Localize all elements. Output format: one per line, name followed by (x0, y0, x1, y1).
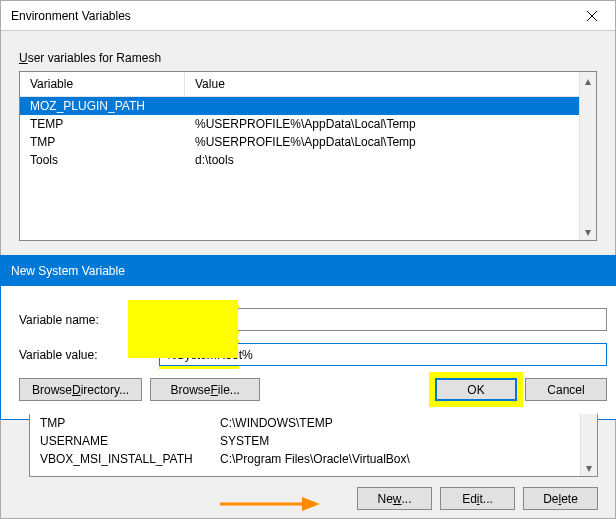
list-row[interactable]: TEMP %USERPROFILE%\AppData\Local\Temp (20, 115, 596, 133)
edit-button[interactable]: Edit... (440, 487, 515, 510)
cell-value (185, 97, 596, 115)
variable-value-label: Variable value: (19, 348, 159, 362)
browse-file-button[interactable]: Browse File... (150, 378, 260, 401)
scroll-up-icon[interactable]: ▴ (585, 72, 591, 89)
new-system-variable-dialog: New System Variable Variable name: Varia… (0, 255, 616, 420)
scroll-down-icon[interactable]: ▾ (586, 459, 592, 476)
window-title: Environment Variables (11, 9, 131, 23)
list-header: Variable Value (20, 72, 596, 97)
window-titlebar: Environment Variables (1, 1, 615, 31)
cell-value: %USERPROFILE%\AppData\Local\Temp (185, 133, 596, 151)
variable-value-input[interactable] (159, 343, 607, 366)
variable-name-input[interactable] (159, 308, 607, 331)
delete-button[interactable]: Delete (523, 487, 598, 510)
list-row[interactable]: Tools d:\tools (20, 151, 596, 169)
scrollbar[interactable]: ▾ (580, 414, 597, 476)
list-row[interactable]: MOZ_PLUGIN_PATH (20, 97, 596, 115)
cell-variable: USERNAME (30, 432, 210, 450)
cell-value: SYSTEM (210, 432, 597, 450)
list-row[interactable]: TMP %USERPROFILE%\AppData\Local\Temp (20, 133, 596, 151)
column-header-value[interactable]: Value (185, 72, 596, 96)
user-variables-group: User variables for Ramesh Variable Value… (19, 51, 597, 241)
new-button[interactable]: New... (357, 487, 432, 510)
cancel-button[interactable]: Cancel (525, 378, 607, 401)
cell-variable: TMP (20, 133, 185, 151)
dialog-title: New System Variable (11, 264, 125, 278)
cell-value: %USERPROFILE%\AppData\Local\Temp (185, 115, 596, 133)
dialog-titlebar: New System Variable (1, 256, 616, 286)
column-header-variable[interactable]: Variable (20, 72, 185, 96)
ok-button[interactable]: OK (435, 378, 517, 401)
cell-variable: TEMP (20, 115, 185, 133)
cell-value: d:\tools (185, 151, 596, 169)
system-vars-button-row: New... Edit... Delete (18, 487, 598, 510)
user-variables-label: User variables for Ramesh (19, 51, 597, 65)
cell-variable: VBOX_MSI_INSTALL_PATH (30, 450, 210, 468)
scroll-down-icon[interactable]: ▾ (585, 223, 591, 240)
variable-name-label: Variable name: (19, 313, 159, 327)
list-row[interactable]: USERNAME SYSTEM (30, 432, 597, 450)
window-close-button[interactable] (569, 1, 615, 31)
close-icon (587, 11, 597, 21)
cell-variable: TMP (30, 414, 210, 432)
cell-variable: MOZ_PLUGIN_PATH (20, 97, 185, 115)
user-variables-list[interactable]: Variable Value MOZ_PLUGIN_PATH TEMP %USE… (19, 71, 597, 241)
list-row[interactable]: VBOX_MSI_INSTALL_PATH C:\Program Files\O… (30, 450, 597, 468)
cell-variable: Tools (20, 151, 185, 169)
list-row[interactable]: TMP C:\WINDOWS\TEMP (30, 414, 597, 432)
cell-value: C:\Program Files\Oracle\VirtualBox\ (210, 450, 597, 468)
cell-value: C:\WINDOWS\TEMP (210, 414, 597, 432)
scrollbar[interactable]: ▴ ▾ (579, 72, 596, 240)
system-variables-list-tail[interactable]: TMP C:\WINDOWS\TEMP USERNAME SYSTEM VBOX… (29, 414, 598, 477)
browse-directory-button[interactable]: Browse Directory... (19, 378, 142, 401)
